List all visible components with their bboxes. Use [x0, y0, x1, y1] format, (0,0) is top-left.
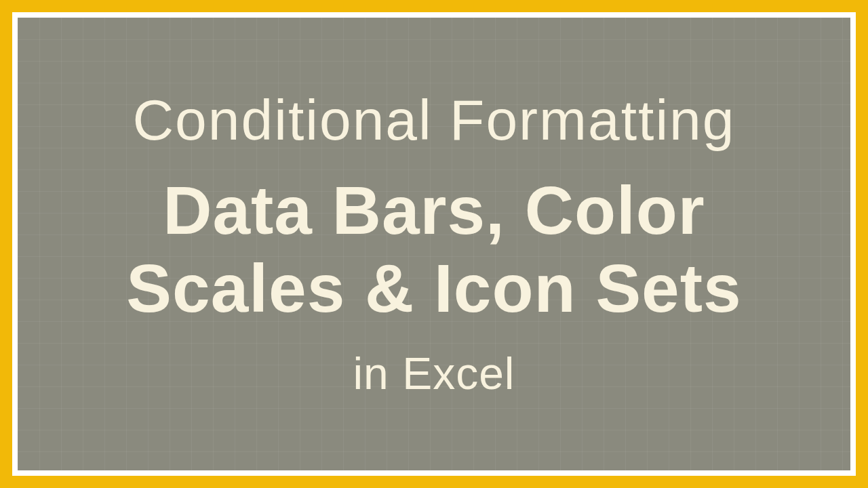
- chalkboard-panel: Conditional Formatting Data Bars, Color …: [18, 18, 850, 470]
- slide-title: Conditional Formatting: [132, 89, 735, 151]
- inner-white-frame: Conditional Formatting Data Bars, Color …: [12, 12, 856, 476]
- slide-subtitle: Data Bars, Color Scales & Icon Sets: [45, 171, 823, 327]
- outer-gold-frame: Conditional Formatting Data Bars, Color …: [0, 0, 868, 488]
- slide-footer: in Excel: [353, 348, 515, 399]
